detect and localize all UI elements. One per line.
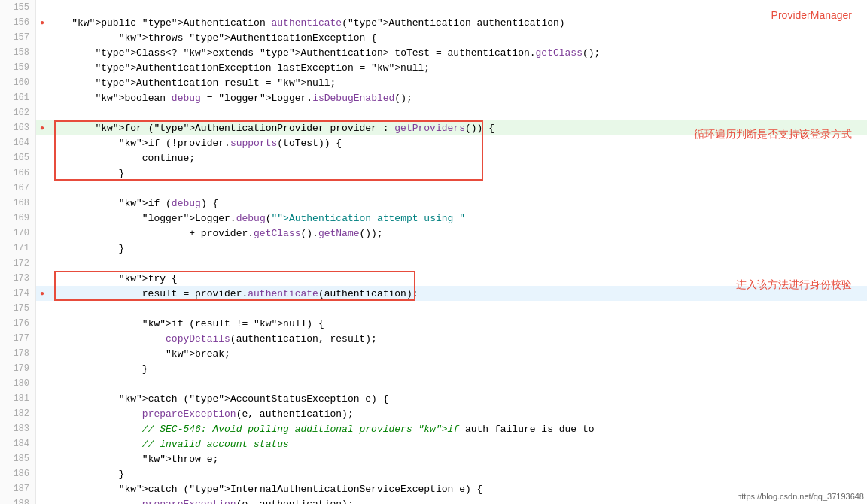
code-line	[36, 301, 867, 316]
line-number: 174	[0, 286, 35, 301]
line-number: 160	[0, 75, 35, 90]
code-text: "kw">if (debug) {	[48, 198, 867, 209]
line-number: 186	[0, 466, 35, 481]
code-line: "type">Class<? "kw">extends "type">Authe…	[36, 45, 867, 60]
code-line: "kw">catch ("type">AccountStatusExceptio…	[36, 391, 867, 406]
code-column[interactable]: ● "kw">public "type">Authentication auth…	[36, 0, 867, 504]
code-line: ● "kw">public "type">Authentication auth…	[36, 15, 867, 30]
code-line: "kw">if (debug) {	[36, 196, 867, 211]
code-text: "type">Authentication result = "kw">null…	[48, 77, 867, 89]
line-number: 185	[0, 451, 35, 466]
code-line: }	[36, 466, 867, 481]
code-line	[36, 256, 867, 271]
code-line: // invalid account status	[36, 436, 867, 451]
code-text: "kw">throw e;	[48, 454, 867, 465]
code-line	[36, 105, 867, 120]
code-line: continue;	[36, 150, 867, 165]
code-text: "kw">throws "type">AuthenticationExcepti…	[48, 32, 867, 44]
line-number: 183	[0, 421, 35, 436]
code-text: "logger">Logger.debug("">Authentication …	[48, 213, 867, 224]
provider-manager-annotation: ProviderManager	[771, 9, 852, 21]
line-number: 177	[0, 331, 35, 346]
code-text: }	[48, 168, 867, 179]
code-line: "type">Authentication result = "kw">null…	[36, 75, 867, 90]
code-line: }	[36, 165, 867, 181]
line-number: 176	[0, 316, 35, 331]
line-number: 165	[0, 150, 35, 165]
code-text: copyDetails(authentication, result);	[48, 333, 867, 345]
code-line: prepareException(e, authentication);	[36, 406, 867, 421]
code-line: "kw">throws "type">AuthenticationExcepti…	[36, 30, 867, 45]
code-text: // SEC-546: Avoid polling additional pro…	[48, 424, 867, 435]
loop-annotation: 循环遍历判断是否支持该登录方式	[694, 128, 852, 141]
line-number: 173	[0, 271, 35, 286]
line-number: 180	[0, 376, 35, 391]
code-text: "kw">boolean debug = "logger">Logger.isD…	[48, 93, 867, 104]
line-number: 171	[0, 241, 35, 256]
line-number: 159	[0, 60, 35, 75]
code-text: }	[48, 243, 867, 254]
code-line: }	[36, 241, 867, 256]
code-text: }	[48, 363, 867, 375]
line-number: 170	[0, 226, 35, 241]
code-text: prepareException(e, authentication);	[48, 408, 867, 420]
code-text: }	[48, 469, 867, 480]
code-text: "kw">if (result != "kw">null) {	[48, 318, 867, 329]
line-number: 169	[0, 211, 35, 226]
verify-annotation: 进入该方法进行身份校验	[736, 278, 852, 292]
line-number: 162	[0, 105, 35, 120]
breakpoint-gutter[interactable]: ●	[36, 19, 48, 27]
breakpoint-gutter[interactable]: ●	[36, 290, 48, 298]
line-number: 179	[0, 361, 35, 376]
line-number: 188	[0, 496, 35, 504]
code-line	[36, 376, 867, 391]
code-text: // invalid account status	[48, 439, 867, 450]
line-number: 163	[0, 120, 35, 135]
code-text: "kw">break;	[48, 348, 867, 360]
line-number: 156	[0, 15, 35, 30]
line-number: 181	[0, 391, 35, 406]
line-number: 175	[0, 301, 35, 316]
code-line: }	[36, 361, 867, 376]
line-number: 161	[0, 90, 35, 105]
code-text: "kw">catch ("type">AccountStatusExceptio…	[48, 393, 867, 405]
line-number: 164	[0, 135, 35, 150]
code-text: "kw">public "type">Authentication authen…	[48, 17, 867, 29]
code-text: "type">AuthenticationException lastExcep…	[48, 62, 867, 74]
code-line: "kw">if (result != "kw">null) {	[36, 316, 867, 331]
code-text: + provider.getClass().getName());	[48, 228, 867, 239]
code-line	[36, 181, 867, 196]
code-text: continue;	[48, 153, 867, 164]
code-line: "kw">break;	[36, 346, 867, 361]
line-number: 172	[0, 256, 35, 271]
breakpoint-gutter[interactable]: ●	[36, 124, 48, 132]
code-line: + provider.getClass().getName());	[36, 226, 867, 241]
code-line: // SEC-546: Avoid polling additional pro…	[36, 421, 867, 436]
line-number: 178	[0, 346, 35, 361]
line-number: 187	[0, 481, 35, 496]
code-line: "kw">boolean debug = "logger">Logger.isD…	[36, 90, 867, 105]
line-number: 182	[0, 406, 35, 421]
line-number: 157	[0, 30, 35, 45]
line-number: 167	[0, 181, 35, 196]
code-text	[48, 2, 867, 14]
code-line: copyDetails(authentication, result);	[36, 331, 867, 346]
line-number: 158	[0, 45, 35, 60]
code-line	[36, 0, 867, 15]
line-number: 184	[0, 436, 35, 451]
code-container: 1551561571581591601611621631641651661671…	[0, 0, 867, 504]
code-line: "kw">throw e;	[36, 451, 867, 466]
code-line: "type">AuthenticationException lastExcep…	[36, 60, 867, 75]
code-line: "logger">Logger.debug("">Authentication …	[36, 211, 867, 226]
line-number: 168	[0, 196, 35, 211]
watermark: https://blog.csdn.net/qq_37193648	[737, 492, 864, 501]
code-text: "type">Class<? "kw">extends "type">Authe…	[48, 47, 867, 59]
line-numbers-column: 1551561571581591601611621631641651661671…	[0, 0, 36, 504]
line-number: 155	[0, 0, 35, 15]
line-number: 166	[0, 165, 35, 181]
